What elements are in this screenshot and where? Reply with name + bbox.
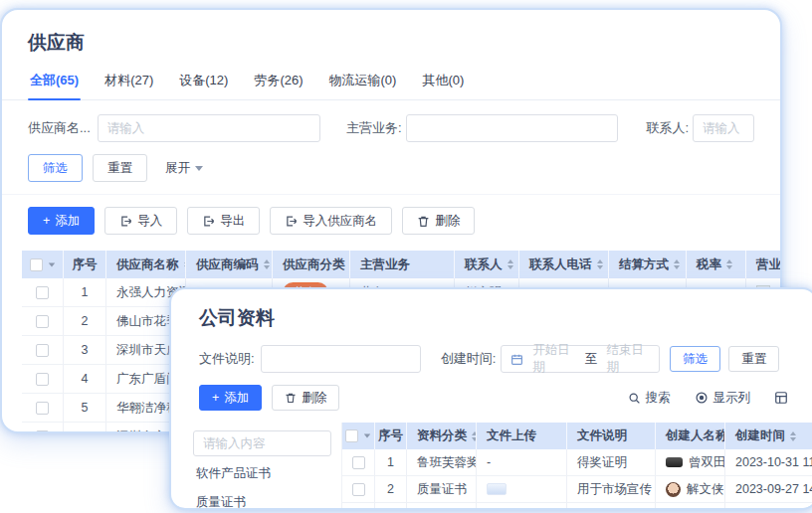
company-docs-table: 序号 资料分类 文件上传 文件说明 创建人名称 创建时间 1 鲁班芙蓉奖杯 - … — [342, 423, 812, 510]
search-icon — [628, 392, 641, 405]
select-all-checkbox[interactable] — [345, 429, 358, 442]
company-table-header: 序号 资料分类 文件上传 文件说明 创建人名称 创建时间 — [342, 423, 812, 449]
col-index: 序号 — [375, 423, 407, 449]
delete-button[interactable]: 删除 — [272, 385, 339, 411]
tab-labor[interactable]: 劳务(26) — [252, 72, 304, 99]
file-thumbnail[interactable] — [487, 483, 507, 495]
export-icon — [202, 215, 215, 228]
end-date-placeholder[interactable]: 结束日期 — [607, 342, 651, 376]
col-name[interactable]: 供应商名称 — [106, 251, 186, 278]
file-desc-input[interactable] — [261, 345, 421, 373]
col-contact[interactable]: 联系人 — [455, 251, 519, 278]
col-category[interactable]: 供应商分类 — [273, 251, 350, 278]
dialog-title: 公司资料 — [199, 305, 812, 331]
delete-button[interactable]: 删除 — [402, 207, 475, 235]
excel-file-icon[interactable]: X — [487, 509, 502, 511]
company-docs-panel: 公司资料 文件说明: 创建时间: 开始日期 至 结束日期 筛选 重置 + 添加 … — [169, 287, 812, 510]
row-checkbox[interactable] — [352, 456, 365, 469]
row-checkbox[interactable] — [352, 510, 365, 511]
col-business: 主营业务 — [350, 251, 455, 278]
supplier-name-label: 供应商名... — [28, 119, 91, 137]
sort-icon[interactable] — [264, 259, 270, 269]
table-row[interactable]: 3 软件产品证书 X - 詹晓东 2023-07-10 14:11:1 — [342, 503, 812, 510]
row-checkbox[interactable] — [36, 315, 49, 328]
supplier-name-input[interactable] — [98, 114, 320, 142]
start-date-placeholder[interactable]: 开始日期 — [532, 342, 576, 376]
tab-all[interactable]: 全部(65) — [28, 72, 81, 99]
row-checkbox[interactable] — [36, 430, 49, 434]
filter-button[interactable]: 筛选 — [28, 154, 83, 182]
reset-button[interactable]: 重置 — [728, 346, 779, 372]
tab-material[interactable]: 材料(27) — [102, 72, 155, 99]
col-category[interactable]: 资料分类 — [407, 423, 477, 449]
sidebar-item-software-cert[interactable]: 软件产品证书 — [193, 456, 331, 485]
col-desc: 文件说明 — [567, 423, 656, 449]
sort-icon[interactable] — [508, 259, 513, 269]
divider — [2, 194, 780, 195]
file-desc-label: 文件说明: — [199, 350, 255, 368]
row-checkbox[interactable] — [36, 402, 49, 415]
category-search-input[interactable] — [193, 430, 331, 456]
avatar — [666, 482, 681, 497]
supplier-tabs: 全部(65) 材料(27) 设备(12) 劳务(26) 物流运输(0) 其他(0… — [2, 72, 780, 100]
avatar — [666, 509, 681, 511]
table-row[interactable]: 1 鲁班芙蓉奖杯 - 得奖证明 曾双田 2023-10-31 11:18:2 — [342, 449, 812, 476]
tab-equipment[interactable]: 设备(12) — [177, 72, 230, 99]
export-button[interactable]: 导出 — [187, 207, 260, 235]
sort-icon[interactable] — [790, 431, 796, 441]
import-button[interactable]: 导入 — [104, 207, 177, 235]
main-business-input[interactable] — [406, 114, 619, 142]
col-license: 营业执照 — [746, 251, 780, 278]
import-icon — [119, 215, 132, 228]
import-supplier-names-button[interactable]: 导入供应商名 — [270, 207, 392, 235]
chevron-down-icon[interactable] — [364, 434, 370, 438]
import-icon — [285, 215, 298, 228]
add-button[interactable]: + 添加 — [28, 207, 95, 235]
category-sidebar: 软件产品证书 质量证书 — [183, 423, 342, 510]
tab-other[interactable]: 其他(0) — [420, 72, 466, 99]
trash-icon — [417, 215, 430, 228]
col-tax[interactable]: 税率 — [687, 251, 746, 278]
page-title: 供应商 — [28, 30, 780, 56]
tab-logistics[interactable]: 物流运输(0) — [327, 72, 399, 99]
main-business-label: 主营业务: — [346, 119, 402, 137]
row-checkbox[interactable] — [36, 344, 49, 357]
col-phone[interactable]: 联系人电话 — [519, 251, 609, 278]
calendar-icon — [510, 353, 523, 366]
table-settings-icon[interactable] — [774, 391, 788, 405]
contact-input[interactable] — [693, 114, 754, 142]
range-separator: 至 — [585, 351, 598, 368]
chevron-down-icon[interactable] — [48, 262, 54, 266]
col-code[interactable]: 供应商编码 — [186, 251, 273, 278]
filter-button[interactable]: 筛选 — [670, 346, 720, 372]
reset-button[interactable]: 重置 — [93, 154, 147, 182]
col-upload: 文件上传 — [477, 423, 567, 449]
eye-icon — [695, 391, 709, 405]
plus-icon: + — [212, 391, 219, 405]
date-range-picker[interactable]: 开始日期 至 结束日期 — [501, 345, 660, 373]
contact-label: 联系人: — [646, 119, 689, 137]
col-creator: 创建人名称 — [656, 423, 725, 449]
col-settlement[interactable]: 结算方式 — [609, 251, 687, 278]
sort-icon[interactable] — [597, 259, 603, 269]
plus-icon: + — [43, 214, 50, 228]
display-columns-toggle[interactable]: 显示列 — [695, 390, 751, 407]
created-time-label: 创建时间: — [441, 350, 497, 368]
col-created[interactable]: 创建时间 — [725, 423, 812, 449]
table-row[interactable]: 2 质量证书 用于市场宣传 解文侠 2023-09-27 14:35:5 — [342, 476, 812, 503]
sort-icon[interactable] — [674, 259, 680, 269]
search-toggle[interactable]: 搜索 — [628, 390, 671, 407]
row-checkbox[interactable] — [352, 483, 365, 496]
row-checkbox[interactable] — [36, 286, 49, 299]
row-checkbox[interactable] — [36, 373, 49, 386]
avatar — [666, 457, 683, 467]
supplier-table-header: 序号 供应商名称 供应商编码 供应商分类 主营业务 联系人 联系人电话 结算方式… — [22, 251, 780, 278]
col-index: 序号 — [64, 251, 106, 278]
chevron-down-icon — [195, 166, 203, 171]
expand-toggle[interactable]: 展开 — [165, 160, 203, 177]
sort-icon[interactable] — [726, 259, 732, 269]
select-all-checkbox[interactable] — [30, 258, 43, 271]
add-button[interactable]: + 添加 — [199, 385, 262, 411]
sidebar-item-quality-cert[interactable]: 质量证书 — [193, 485, 331, 510]
trash-icon — [285, 392, 297, 404]
